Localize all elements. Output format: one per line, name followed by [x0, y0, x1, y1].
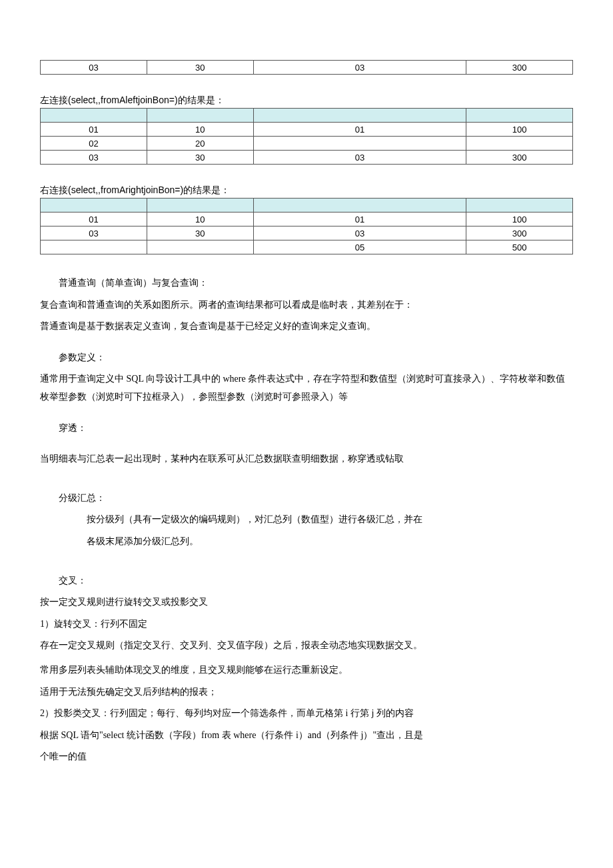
cell — [41, 240, 147, 254]
cell — [253, 199, 466, 213]
body-text: 复合查询和普通查询的关系如图所示。两者的查询结果都可以看成是临时表，其差别在于： — [40, 296, 573, 314]
cell: 30 — [147, 151, 253, 165]
table-row: 02 20 — [41, 137, 573, 151]
table-header-row — [41, 199, 573, 213]
body-text: 2）投影类交叉：行列固定；每行、每列均对应一个筛选条件，而单元格第 i 行第 j… — [40, 705, 573, 723]
body-text: 常用多层列表头辅助体现交叉的维度，且交叉规则能够在运行态重新设定。 — [40, 661, 573, 679]
table-row: 01 10 01 100 — [41, 213, 573, 226]
cell: 30 — [147, 226, 253, 240]
body-text: 各级末尾添加分级汇总列。 — [40, 533, 573, 551]
cell: 03 — [41, 151, 147, 165]
cell — [147, 240, 253, 254]
cell — [466, 137, 573, 151]
table-row: 03 30 03 300 — [41, 151, 573, 165]
cell: 01 — [41, 213, 147, 226]
heading-hierarchical-summary: 分级汇总： — [40, 490, 573, 508]
cell — [41, 199, 147, 213]
cell — [466, 199, 573, 213]
table-row: 01 10 01 100 — [41, 123, 573, 137]
left-join-caption: 左连接(select,,fromAleftjoinBon=)的结果是： — [40, 95, 573, 107]
cell: 01 — [253, 123, 466, 137]
body-text: 按分级列（具有一定级次的编码规则），对汇总列（数值型）进行各级汇总，并在 — [40, 511, 573, 529]
cell: 300 — [466, 151, 573, 165]
cell: 03 — [253, 151, 466, 165]
heading-parameter-definition: 参数定义： — [40, 349, 573, 367]
body-text: 个唯一的值 — [40, 748, 573, 766]
body-text: 按一定交叉规则进行旋转交叉或投影交叉 — [40, 594, 573, 612]
cell — [253, 137, 466, 151]
cell — [253, 109, 466, 123]
body-text: 通常用于查询定义中 SQL 向导设计工具中的 where 条件表达式中，存在字符… — [40, 370, 573, 406]
cell: 500 — [466, 240, 573, 254]
body-text: 1）旋转交叉：行列不固定 — [40, 616, 573, 634]
table-inner-join-fragment: 03 30 03 300 — [40, 60, 573, 75]
heading-crosstab: 交叉： — [40, 572, 573, 590]
cell: 02 — [41, 137, 147, 151]
body-text: 普通查询是基于数据表定义查询，复合查询是基于已经定义好的查询来定义查询。 — [40, 318, 573, 336]
body-text: 根据 SQL 语句"select 统计函数（字段）from 表 where（行条… — [40, 727, 573, 745]
cell: 03 — [253, 226, 466, 240]
cell: 03 — [253, 61, 466, 75]
heading-drill-through: 穿透： — [40, 420, 573, 438]
cell: 10 — [147, 213, 253, 226]
cell: 300 — [466, 61, 573, 75]
right-join-caption: 右连接(select,,fromArightjoinBon=)的结果是： — [40, 185, 573, 197]
cell: 05 — [253, 240, 466, 254]
cell: 100 — [466, 123, 573, 137]
cell — [147, 109, 253, 123]
cell: 03 — [41, 226, 147, 240]
body-text: 适用于无法预先确定交叉后列结构的报表； — [40, 683, 573, 701]
cell: 20 — [147, 137, 253, 151]
cell — [41, 109, 147, 123]
cell: 100 — [466, 213, 573, 226]
table-row: 05 500 — [41, 240, 573, 254]
body-text: 存在一定交叉规则（指定交叉行、交叉列、交叉值字段）之后，报表全动态地实现数据交叉… — [40, 637, 573, 655]
body-text: 当明细表与汇总表一起出现时，某种内在联系可从汇总数据联查明细数据，称穿透或钻取 — [40, 450, 573, 468]
cell: 03 — [41, 61, 147, 75]
cell — [147, 199, 253, 213]
cell: 01 — [41, 123, 147, 137]
cell — [466, 109, 573, 123]
table-row: 03 30 03 300 — [41, 61, 573, 75]
cell: 30 — [147, 61, 253, 75]
table-right-join: 01 10 01 100 03 30 03 300 05 500 — [40, 198, 573, 254]
cell: 10 — [147, 123, 253, 137]
table-header-row — [41, 109, 573, 123]
heading-simple-vs-compound-query: 普通查询（简单查询）与复合查询： — [40, 274, 573, 292]
cell: 300 — [466, 226, 573, 240]
cell: 01 — [253, 213, 466, 226]
table-row: 03 30 03 300 — [41, 226, 573, 240]
table-left-join: 01 10 01 100 02 20 03 30 03 300 — [40, 108, 573, 165]
